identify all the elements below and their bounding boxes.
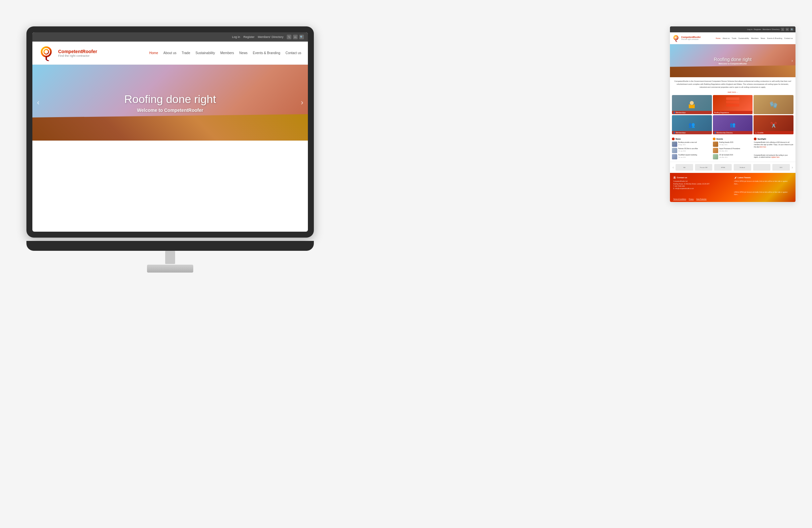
b-topbar: Log in Register Members' Directory 𝕏 in … — [670, 26, 796, 32]
b-logo: CompetentRoofer Find the right contracto… — [672, 35, 701, 42]
b-contact-icon — [673, 176, 676, 179]
b-spotlight-text-1: CompetentRoofer Ltd is offering a £100 d… — [754, 141, 794, 148]
monitor-stand-base — [147, 265, 193, 273]
b-footer-tweet-2: LRNA & SPRA join forces to do battle, fi… — [734, 191, 792, 196]
monitor-stand — [147, 251, 193, 277]
nav-sustainability[interactable]: Sustainability — [195, 51, 215, 55]
nav-trade[interactable]: Trade — [182, 51, 190, 55]
b-topbar-members-dir[interactable]: Members' Directory — [763, 28, 780, 30]
b-nav-about[interactable]: About us — [723, 37, 730, 39]
b-event-item-1[interactable]: Roofing Awards 2015 27th Apr 2015 — [713, 141, 753, 147]
b-partners-prev[interactable]: ‹ — [672, 166, 673, 169]
b-news-thumb-2 — [672, 148, 677, 153]
b-spotlight-link-1[interactable]: click here — [760, 146, 766, 148]
nav-events[interactable]: Events & Branding — [253, 51, 280, 55]
b-logo-icon — [672, 35, 680, 42]
monitor-stand-neck — [165, 251, 175, 264]
topbar-login[interactable]: Log in — [232, 35, 240, 39]
hero-banner: ‹ Roofing done right Welcome to Competen… — [32, 65, 308, 140]
b-news-icon — [672, 138, 675, 140]
b-partner-6: DVV — [772, 164, 790, 171]
b-news-date-2: 7th Jan 2015 — [678, 150, 698, 152]
nav-home[interactable]: Home — [149, 51, 158, 55]
b-card-memberships-label: 👤 Memberships — [672, 111, 712, 114]
nav-news[interactable]: News — [239, 51, 247, 55]
b-footer-data-protection[interactable]: Data Protection — [696, 198, 707, 200]
b-nav-events[interactable]: Events & Branding — [767, 37, 782, 39]
twitter-icon[interactable]: 𝕏 — [287, 35, 291, 39]
b-news-item-1[interactable]: Buckleys provide a new roof 4th Apr 2015 — [672, 141, 712, 147]
topbar-social-icons: 𝕏 in 🔍 — [287, 35, 304, 39]
b-spotlight-text-2: CompetentRoofer Ltd training for flat ro… — [754, 154, 794, 159]
b-footer-privacy[interactable]: Privacy — [689, 198, 694, 200]
b-nav-trade[interactable]: Trade — [732, 37, 736, 39]
b-twitter-icon[interactable]: 𝕏 — [781, 28, 784, 31]
b-read-more[interactable]: read more ... — [670, 91, 796, 93]
b-card-member-dir[interactable]: 👥 👤 Membership Directory — [713, 115, 753, 134]
monitor-display: Log in Register Members' Directory 𝕏 in … — [26, 26, 314, 284]
svg-line-7 — [676, 41, 677, 42]
hero-prev-arrow[interactable]: ‹ — [37, 99, 39, 107]
hero-next-arrow[interactable]: › — [301, 99, 303, 107]
b-footer-tweet-1: LRNA & SPRA join forces to do battle, fi… — [734, 180, 792, 185]
b-events-title: Events — [713, 138, 753, 140]
b-footer-terms[interactable]: Terms & Conditions — [673, 198, 686, 200]
b-card-roofing-regs[interactable]: Roofing Regulations — [713, 95, 753, 114]
logo-text: CompetentRoofer Find the right contracto… — [58, 49, 97, 57]
b-footer-email: E: info@competentroofer.co.uk — [673, 187, 731, 190]
b-linkedin-icon[interactable]: in — [786, 28, 789, 31]
b-news-item-2[interactable]: Partners SIG like to use office 7th Jan … — [672, 148, 712, 153]
b-twitter-footer-icon — [734, 176, 737, 179]
b-event-date-3: 18th Mar 2015 — [719, 156, 733, 158]
logo-icon — [39, 45, 55, 61]
b-description: CompetentRoofer is the Government-licenc… — [670, 77, 796, 91]
b-nav-home[interactable]: Home — [715, 37, 721, 39]
b-footer-links: Terms & Conditions Privacy Data Protecti… — [673, 198, 792, 200]
svg-rect-12 — [726, 97, 739, 100]
monitor-bottom-bezel — [26, 241, 314, 251]
hero-title: Roofing done right — [124, 93, 216, 106]
linkedin-icon[interactable]: in — [293, 35, 298, 39]
b-news-date-1: 4th Apr 2015 — [678, 144, 697, 146]
b-card-tools[interactable]: 🧤 — [754, 95, 794, 114]
b-nav-news[interactable]: News — [760, 37, 765, 39]
b-topbar-register[interactable]: Register — [754, 28, 761, 30]
b-event-text-2: Import Processes & Procedures — [719, 148, 740, 150]
b-partner-3: SPRIA — [714, 164, 732, 171]
b-card-crucible[interactable]: ✂️ ✂️ Crucible — [754, 115, 794, 134]
b-event-item-3[interactable]: CR @ Ecobuild 2015 18th Mar 2015 — [713, 154, 753, 160]
b-news-thumb-3 — [672, 154, 677, 160]
nav-members[interactable]: Members — [220, 51, 234, 55]
b-event-item-2[interactable]: Import Processes & Procedures 26th Mar 2… — [713, 148, 753, 153]
topbar-register[interactable]: Register — [244, 35, 255, 39]
b-events-icon — [713, 138, 715, 140]
b-hero-banner: Roofing done right Welcome to CompetentR… — [670, 44, 796, 77]
b-logo-text-block: CompetentRoofer Find the right contracto… — [681, 36, 701, 41]
b-events-section: Events Roofing Awards 2015 27th Apr 2015… — [713, 138, 753, 161]
b-nav-contact[interactable]: Contact us — [784, 37, 793, 39]
b-card-member-dir-label: 👤 Membership Directory — [713, 131, 753, 134]
svg-point-4 — [674, 35, 678, 40]
b-spotlight-title: Spotlight — [754, 138, 794, 140]
b-topbar-login[interactable]: Log in — [747, 28, 752, 30]
b-news-item-3[interactable]: TrustMark expand marketing 7th Jan 2015 — [672, 154, 712, 160]
b-nav-sustainability[interactable]: Sustainability — [738, 37, 749, 39]
b-spotlight-link-2[interactable]: register here — [771, 156, 779, 158]
b-event-thumb-1 — [713, 141, 718, 147]
nav-contact[interactable]: Contact us — [286, 51, 301, 55]
nav-about[interactable]: About us — [163, 51, 176, 55]
search-icon[interactable]: 🔍 — [299, 35, 304, 39]
b-search-icon[interactable]: 🔍 — [790, 28, 794, 31]
b-spotlight-icon — [754, 138, 756, 140]
b-partners-next[interactable]: › — [792, 166, 793, 169]
b-cards-grid: 👤 Memberships Roofing Regulations 🧤 👥 — [670, 95, 796, 136]
b-card-memberships-icon: 👤 — [673, 111, 675, 114]
b-nav-members[interactable]: Members — [751, 37, 758, 39]
topbar-members-dir[interactable]: Members' Directory — [258, 35, 284, 39]
b-hero-next-arrow[interactable]: › — [792, 58, 793, 63]
svg-point-16 — [674, 177, 675, 178]
b-news-section: News Buckleys provide a new roof 4th Apr… — [672, 138, 712, 161]
b-card-memberships2[interactable]: 👥 👤 Memberships — [672, 115, 712, 134]
b-news-text-3: TrustMark expand marketing — [678, 154, 697, 156]
b-card-memberships[interactable]: 👤 Memberships — [672, 95, 712, 114]
